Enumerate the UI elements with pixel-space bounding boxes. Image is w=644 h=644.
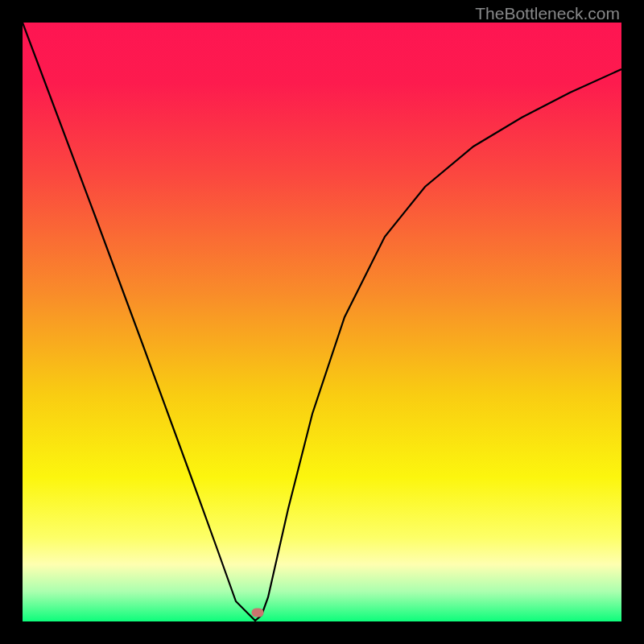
watermark-text: TheBottleneck.com bbox=[475, 4, 620, 23]
optimal-point-marker bbox=[252, 608, 264, 617]
bottleneck-chart bbox=[23, 23, 621, 621]
bottleneck-curve bbox=[23, 23, 621, 621]
chart-curve-svg bbox=[23, 23, 621, 621]
